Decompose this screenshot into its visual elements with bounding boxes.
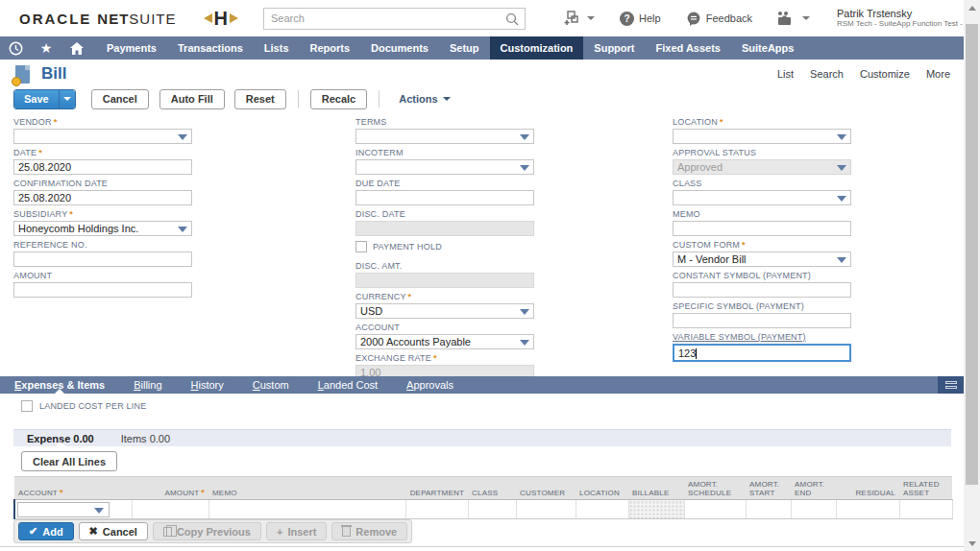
vendor-select[interactable] (13, 129, 192, 144)
help-link[interactable]: ? Help (620, 12, 661, 26)
scroll-up-button[interactable] (964, 0, 980, 15)
actions-menu-button[interactable]: Actions (399, 93, 450, 105)
vendor-label: VENDOR* (13, 117, 192, 128)
tab-history[interactable]: History (177, 376, 238, 394)
col-billable: BILLABLE (628, 477, 684, 500)
constant-symbol-input[interactable] (673, 282, 851, 298)
account-select[interactable]: 2000 Accounts Payable (355, 334, 534, 349)
cell-amort-schedule[interactable] (684, 500, 746, 519)
specific-symbol-input[interactable] (673, 313, 851, 328)
payment-hold-checkbox[interactable] (355, 241, 367, 252)
due-date-input[interactable] (355, 190, 534, 205)
payment-hold-label: PAYMENT HOLD (373, 242, 442, 252)
roles-menu[interactable] (777, 11, 810, 26)
cancel-button[interactable]: Cancel (91, 89, 149, 109)
scrollbar-thumb[interactable] (966, 24, 978, 485)
auto-fill-button[interactable]: Auto Fill (159, 89, 225, 109)
recalc-button[interactable]: Recalc (310, 89, 367, 109)
clear-all-lines-button[interactable]: Clear All Lines (21, 451, 117, 471)
terms-select[interactable] (355, 129, 534, 144)
cell-class[interactable] (468, 500, 516, 519)
vertical-scrollbar[interactable] (964, 0, 980, 551)
nav-item-transactions[interactable]: Transactions (167, 36, 254, 60)
netsuite-logo-net: NET (97, 11, 129, 27)
save-button[interactable]: Save (14, 90, 59, 108)
subsidiary-select[interactable]: Honeycomb Holdings Inc. (13, 221, 192, 236)
date-input[interactable]: 25.08.2020 (13, 159, 192, 175)
tab-approvals[interactable]: Approvals (392, 376, 468, 394)
cell-residual[interactable] (836, 500, 899, 519)
search-icon[interactable] (505, 12, 519, 26)
cell-customer[interactable] (516, 500, 576, 519)
add-line-button[interactable]: ✔Add (18, 522, 74, 540)
home-button[interactable] (61, 36, 92, 60)
class-select[interactable] (673, 190, 851, 205)
cell-location[interactable] (576, 500, 628, 519)
location-select[interactable] (673, 129, 851, 144)
roles-icon (777, 11, 795, 26)
currency-select[interactable]: USD (355, 303, 534, 319)
search-input[interactable] (264, 9, 525, 29)
insert-line-button: +Insert (266, 522, 327, 540)
reference-no-field: REFERENCE NO. (13, 240, 192, 267)
nav-item-reports[interactable]: Reports (300, 36, 361, 60)
disc-amt-field: DISC. AMT. (355, 261, 534, 288)
chevron-down-icon (802, 16, 810, 20)
col-amort-start: AMORT. START (746, 477, 791, 500)
reference-no-label: REFERENCE NO. (13, 240, 192, 251)
landed-cost-per-line-field: LANDED COST PER LINE (21, 400, 146, 412)
user-info[interactable]: Patrik Trstensky RSM Tech - SuiteApp Fun… (837, 8, 964, 29)
create-new-menu[interactable] (564, 11, 595, 26)
toggle-view-button[interactable] (938, 376, 964, 394)
search-link[interactable]: Search (810, 68, 844, 80)
cell-amort-start[interactable] (746, 500, 791, 519)
tab-custom[interactable]: Custom (238, 376, 304, 394)
memo-input[interactable] (673, 221, 851, 236)
incoterm-field: INCOTERM (355, 148, 534, 175)
nav-item-fixed-assets[interactable]: Fixed Assets (646, 36, 731, 60)
nav-item-lists[interactable]: Lists (254, 36, 300, 60)
nav-item-setup[interactable]: Setup (439, 36, 490, 60)
tab-landed-cost[interactable]: Landed Cost (304, 376, 392, 394)
subtab-items[interactable]: Items 0.00 (108, 430, 184, 446)
form-column-left: VENDOR* DATE* 25.08.2020 CONFIRMATION DA… (13, 117, 192, 301)
incoterm-select[interactable] (355, 159, 534, 175)
amount-input[interactable] (13, 282, 192, 298)
recent-records-button[interactable] (0, 36, 31, 60)
subtab-expense[interactable]: Expense 0.00 (13, 430, 108, 446)
reset-button[interactable]: Reset (234, 89, 286, 109)
more-link[interactable]: More (926, 68, 950, 80)
custom-form-select[interactable]: M - Vendor Bill (673, 252, 851, 267)
tab-expenses-items[interactable]: Expenses & Items (0, 376, 119, 394)
user-name: Patrik Trstensky (837, 8, 964, 19)
cell-memo[interactable] (208, 500, 405, 519)
home-icon (69, 41, 85, 56)
landed-cost-per-line-checkbox[interactable] (21, 400, 33, 412)
list-link[interactable]: List (777, 68, 794, 80)
tab-billing[interactable]: Billing (119, 376, 176, 394)
reference-no-input[interactable] (13, 252, 192, 267)
confirmation-date-input[interactable]: 25.08.2020 (13, 190, 192, 205)
cell-amount[interactable] (132, 500, 208, 519)
nav-item-customization[interactable]: Customization (490, 36, 584, 60)
cell-related-asset[interactable] (899, 500, 952, 519)
save-dropdown-button[interactable] (59, 90, 75, 108)
customize-link[interactable]: Customize (860, 68, 910, 80)
scroll-down-button[interactable] (964, 536, 980, 551)
nav-item-suiteapps[interactable]: SuiteApps (731, 36, 804, 60)
cell-department[interactable] (405, 500, 468, 519)
nav-item-support[interactable]: Support (583, 36, 645, 60)
cell-account (14, 500, 132, 519)
line-account-select[interactable] (17, 502, 110, 517)
cell-amort-end[interactable] (791, 500, 836, 519)
nav-item-payments[interactable]: Payments (96, 36, 167, 60)
shortcuts-button[interactable]: ★ (31, 36, 61, 60)
nav-item-documents[interactable]: Documents (360, 36, 439, 60)
cancel-line-button[interactable]: ✖Cancel (79, 522, 148, 540)
account-field: ACCOUNT 2000 Accounts Payable (355, 323, 534, 349)
remove-line-button: Remove (331, 522, 407, 540)
feedback-link[interactable]: Feedback (686, 12, 752, 26)
variable-symbol-input-focused[interactable]: 123 (673, 344, 851, 362)
chevron-down-icon (837, 257, 846, 263)
expense-lines-table: ACCOUNT* AMOUNT* MEMO DEPARTMENT CLASS C… (13, 476, 953, 519)
